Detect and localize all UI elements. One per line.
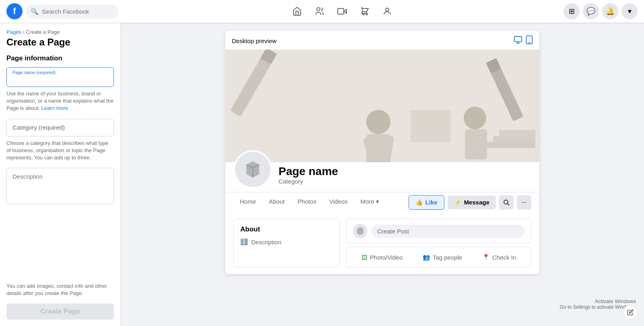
desktop-view-icon[interactable] <box>514 35 522 46</box>
page-name-input[interactable] <box>12 75 108 83</box>
preview-header: Desktop preview <box>225 31 539 50</box>
category-placeholder: Category (required) <box>12 124 65 131</box>
topnav: f 🔍 ⊞ 💬 🔔 ▾ <box>0 0 644 23</box>
learn-more-link[interactable]: Learn more <box>41 105 68 111</box>
create-page-button[interactable]: Create Page <box>6 303 114 320</box>
home-nav-icon[interactable] <box>287 2 307 21</box>
breadcrumb: Pages › Create a Page <box>6 29 114 35</box>
profile-section: Page name Category <box>225 150 539 189</box>
search-icon: 🔍 <box>31 8 39 15</box>
search-input[interactable] <box>42 8 114 15</box>
page-name-field-wrapper: Page name (required) <box>6 67 114 87</box>
svg-point-3 <box>386 8 389 11</box>
svg-point-0 <box>317 8 320 11</box>
create-post-top: Create Post <box>346 219 531 243</box>
page-nav-home[interactable]: Home <box>233 192 262 212</box>
svg-point-17 <box>464 107 486 129</box>
create-post-card: Create Post 🖼 Photo/Video 👥 Tag people 📍 <box>346 219 531 268</box>
fb-logo-icon[interactable]: f <box>6 3 23 19</box>
nav-right: ⊞ 💬 🔔 ▾ <box>557 3 638 19</box>
breadcrumb-parent[interactable]: Pages <box>6 29 21 35</box>
about-description-row: ℹ️ Description <box>240 238 333 246</box>
profile-info: Page name Category <box>279 165 338 189</box>
messenger-small-icon: ⚡ <box>454 199 462 206</box>
page-info-section-title: Page information <box>6 54 114 62</box>
mobile-view-icon[interactable] <box>526 35 533 46</box>
page-nav-links: Home About Photos Videos More ▾ <box>233 192 386 212</box>
activate-windows-title: Activate Windows <box>560 298 636 304</box>
page-nav-more[interactable]: More ▾ <box>354 192 386 212</box>
account-menu-icon[interactable]: ▾ <box>621 3 638 19</box>
preview-card: Desktop preview <box>225 31 539 274</box>
friends-nav-icon[interactable] <box>310 2 329 21</box>
apps-icon[interactable]: ⊞ <box>564 3 580 19</box>
svg-line-26 <box>508 204 509 205</box>
create-post-actions: 🖼 Photo/Video 👥 Tag people 📍 Check In <box>346 247 531 268</box>
profile-avatar <box>233 150 272 189</box>
page-nav-videos[interactable]: Videos <box>323 192 354 212</box>
search-page-button[interactable] <box>499 195 514 210</box>
page-nav-actions: 👍 Like ⚡ Message ··· <box>409 195 531 210</box>
main-layout: Pages › Create a Page Create a Page Page… <box>0 0 644 326</box>
nav-left: f 🔍 <box>6 3 127 19</box>
description-textarea[interactable] <box>6 168 114 204</box>
ellipsis-icon: ··· <box>521 199 526 206</box>
photo-video-button[interactable]: 🖼 Photo/Video <box>356 250 408 264</box>
preview-title-label: Desktop preview <box>232 37 277 44</box>
info-icon: ℹ️ <box>240 238 248 246</box>
page-nav-photos[interactable]: Photos <box>291 192 323 212</box>
page-body: About ℹ️ Description Create Po <box>225 212 539 274</box>
photo-video-label: Photo/Video <box>370 254 402 261</box>
svg-point-12 <box>366 110 390 134</box>
like-icon: 👍 <box>415 199 423 206</box>
check-in-label: Check In <box>492 254 516 261</box>
about-card: About ℹ️ Description <box>233 219 340 268</box>
photo-video-icon: 🖼 <box>361 254 367 261</box>
sidebar-footer-text: You can add images, contact info and oth… <box>6 283 114 297</box>
svg-rect-21 <box>487 142 535 148</box>
messenger-icon[interactable]: 💬 <box>583 3 599 19</box>
about-description-label: Description <box>251 239 281 246</box>
category-help-text: Choose a category that describes what ty… <box>6 140 114 162</box>
nav-center <box>127 2 557 21</box>
notifications-icon[interactable]: 🔔 <box>602 3 618 19</box>
page-nav: Home About Photos Videos More ▾ 👍 Like ⚡… <box>225 192 539 212</box>
cover-photo <box>225 50 539 162</box>
svg-rect-22 <box>493 136 535 142</box>
groups-nav-icon[interactable] <box>378 2 397 21</box>
page-name-help-text: Use the name of your business, brand or … <box>6 90 114 112</box>
about-title: About <box>240 225 333 233</box>
svg-marker-1 <box>344 9 347 13</box>
main-content: Desktop preview <box>121 23 644 326</box>
message-button[interactable]: ⚡ Message <box>448 196 496 209</box>
category-field-wrapper[interactable]: Category (required) <box>6 119 114 136</box>
svg-rect-2 <box>338 8 344 14</box>
post-avatar <box>353 224 367 238</box>
tag-people-icon: 👥 <box>423 254 430 261</box>
create-post-input[interactable]: Create Post <box>372 225 524 238</box>
svg-rect-4 <box>514 37 522 42</box>
svg-point-25 <box>504 200 508 204</box>
profile-name: Page name <box>279 165 338 178</box>
profile-category: Category <box>279 178 338 185</box>
tag-people-label: Tag people <box>433 254 462 261</box>
page-name-floating-label: Page name (required) <box>12 70 108 75</box>
marketplace-nav-icon[interactable] <box>355 2 374 21</box>
edit-icon[interactable] <box>623 305 638 320</box>
search-bar[interactable]: 🔍 <box>26 4 118 19</box>
svg-rect-23 <box>499 130 535 136</box>
svg-rect-16 <box>411 110 451 142</box>
like-button[interactable]: 👍 Like <box>409 195 444 210</box>
sidebar: Pages › Create a Page Create a Page Page… <box>0 23 121 326</box>
breadcrumb-current: Create a Page <box>26 29 60 35</box>
page-title: Create a Page <box>6 37 114 48</box>
tag-people-button[interactable]: 👥 Tag people <box>417 250 468 264</box>
check-in-button[interactable]: 📍 Check In <box>477 250 522 264</box>
more-options-button[interactable]: ··· <box>517 195 531 210</box>
watch-nav-icon[interactable] <box>332 2 352 21</box>
page-nav-about[interactable]: About <box>262 192 291 212</box>
check-in-icon: 📍 <box>482 254 490 261</box>
preview-view-icons <box>514 35 533 46</box>
